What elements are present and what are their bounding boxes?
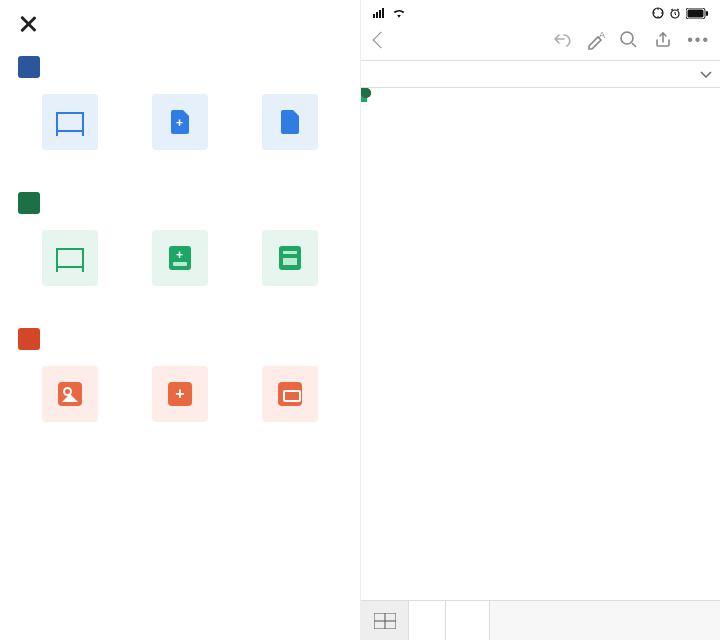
scan-table-icon bbox=[58, 248, 82, 268]
expand-formula-button[interactable] bbox=[692, 65, 720, 83]
blank-ppt-icon: + bbox=[168, 382, 192, 406]
grid-view-icon bbox=[374, 613, 396, 629]
excel-icon bbox=[18, 192, 40, 214]
selection-handle[interactable] bbox=[361, 88, 371, 98]
signal-icon bbox=[373, 8, 384, 18]
svg-rect-4 bbox=[706, 11, 708, 16]
word-icon bbox=[18, 56, 40, 78]
create-panel: + bbox=[0, 0, 360, 640]
formula-input[interactable] bbox=[395, 61, 692, 87]
svg-rect-3 bbox=[688, 9, 704, 17]
section-header-excel bbox=[0, 184, 360, 222]
undo-button[interactable] bbox=[551, 30, 571, 50]
option-select-picture[interactable] bbox=[20, 366, 120, 436]
picture-icon bbox=[58, 382, 82, 406]
option-template-word[interactable] bbox=[240, 94, 340, 164]
battery-icon bbox=[686, 8, 708, 19]
search-button[interactable] bbox=[619, 30, 639, 50]
grid-area[interactable] bbox=[361, 88, 720, 600]
option-template-ppt[interactable] bbox=[240, 366, 340, 436]
status-bar bbox=[361, 0, 720, 22]
template-workbook-icon bbox=[279, 246, 301, 270]
powerpoint-icon bbox=[18, 328, 40, 350]
formula-bar bbox=[361, 60, 720, 88]
alarm-icon bbox=[669, 7, 681, 19]
chevron-down-icon bbox=[700, 71, 712, 79]
share-button[interactable] bbox=[653, 30, 673, 50]
add-sheet-button[interactable] bbox=[446, 601, 490, 640]
svg-text:A: A bbox=[599, 30, 605, 40]
more-button[interactable]: ••• bbox=[687, 31, 710, 49]
view-toggle-button[interactable] bbox=[361, 601, 409, 640]
section-header-ppt bbox=[0, 320, 360, 358]
section-header-word bbox=[0, 48, 360, 86]
svg-point-6 bbox=[621, 32, 633, 44]
option-blank-workbook[interactable] bbox=[130, 230, 230, 300]
template-ppt-icon bbox=[278, 382, 302, 406]
blank-doc-icon bbox=[171, 110, 189, 134]
close-icon bbox=[18, 14, 38, 34]
close-button[interactable] bbox=[0, 0, 360, 48]
location-icon bbox=[652, 7, 664, 19]
template-doc-icon bbox=[281, 110, 299, 134]
bottom-bar bbox=[361, 600, 720, 640]
chevron-left-icon bbox=[373, 32, 390, 49]
option-scan-table[interactable] bbox=[20, 230, 120, 300]
spreadsheet-panel: A ••• bbox=[360, 0, 720, 640]
option-template-excel[interactable] bbox=[240, 230, 340, 300]
pen-button[interactable]: A bbox=[585, 30, 605, 50]
blank-workbook-icon bbox=[169, 246, 191, 270]
option-scan-text[interactable] bbox=[20, 94, 120, 164]
toolbar: A ••• bbox=[361, 24, 720, 60]
option-blank-ppt[interactable]: + bbox=[130, 366, 230, 436]
scan-icon bbox=[58, 112, 82, 132]
back-button[interactable] bbox=[371, 34, 387, 46]
sheet-tab[interactable] bbox=[409, 601, 446, 640]
wifi-icon bbox=[392, 8, 406, 18]
option-blank-word[interactable] bbox=[130, 94, 230, 164]
